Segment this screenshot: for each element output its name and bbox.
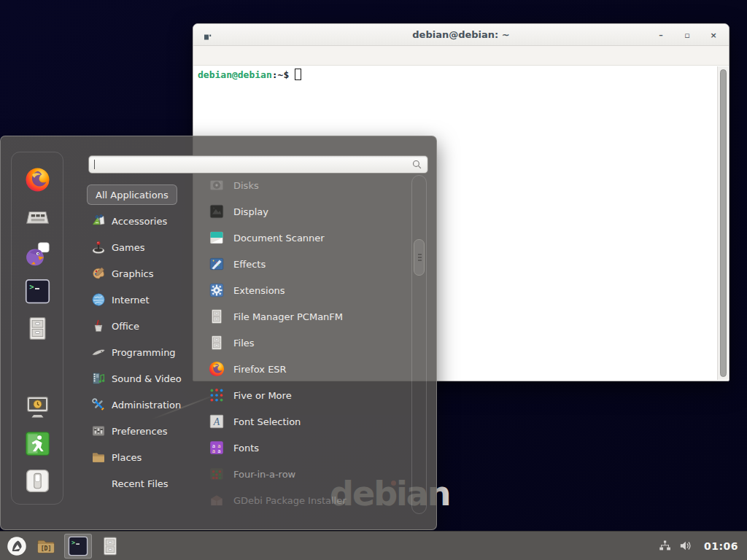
fontselection-icon: A <box>209 413 225 429</box>
svg-text:a: a <box>217 448 220 454</box>
terminal-cursor <box>295 69 301 80</box>
app-firefox-esr[interactable]: Firefox ESR <box>209 356 409 382</box>
app-disks[interactable]: Disks <box>209 172 409 198</box>
prompt-suffix: :~$ <box>272 69 289 80</box>
keyboard-icon <box>25 204 50 230</box>
app-effects[interactable]: Effects <box>209 251 409 277</box>
app-document-scanner[interactable]: Document Scanner <box>209 225 409 251</box>
svg-text:>: > <box>71 539 75 546</box>
games-icon <box>91 240 106 254</box>
scanner-icon <box>209 230 225 246</box>
favorite-firefox[interactable] <box>25 167 50 192</box>
taskbar-folder[interactable]: [D] <box>35 535 57 557</box>
category-graphics[interactable]: Graphics <box>87 260 202 287</box>
taskbar-launchers: [D]> <box>6 534 121 559</box>
category-office[interactable]: Office <box>87 313 202 339</box>
app-display[interactable]: Display <box>209 198 409 225</box>
fiveormore-icon <box>209 387 225 403</box>
tray-volume[interactable] <box>678 539 692 553</box>
close-button[interactable]: × <box>708 31 719 39</box>
favorite-shutdown[interactable] <box>25 468 50 494</box>
favorite-logout[interactable] <box>25 431 50 456</box>
search-input[interactable] <box>88 155 428 174</box>
svg-text:A: A <box>213 416 220 427</box>
network-icon <box>658 539 672 553</box>
preferences-icon <box>91 424 106 438</box>
app-label: Firefox ESR <box>233 364 287 375</box>
app-extensions[interactable]: Extensions <box>209 277 409 303</box>
favorite-software[interactable] <box>25 204 50 230</box>
terminal-titlebar[interactable]: debian@debian: ~ – ▫ × <box>193 24 729 46</box>
app-label: Five or More <box>233 390 292 401</box>
category-label: Graphics <box>112 268 153 279</box>
app-font-selection[interactable]: A Font Selection <box>209 408 409 435</box>
disks-icon <box>209 177 225 193</box>
app-fonts[interactable]: aaaa Fonts <box>209 435 409 461</box>
category-programming[interactable]: Programming <box>87 339 202 365</box>
firefox-icon <box>25 167 50 192</box>
menu-scrollbar-track[interactable] <box>411 175 427 514</box>
volume-icon <box>678 539 692 553</box>
system-tray <box>658 539 692 553</box>
places-icon <box>91 450 106 464</box>
favorite-file-manager[interactable] <box>25 316 50 341</box>
minimize-button[interactable]: – <box>656 31 666 39</box>
desktop[interactable]: { "desktop": { "watermark": "debian" }, … <box>0 0 747 560</box>
office-icon <box>91 319 106 333</box>
taskbar: [D]> 01:06 <box>0 531 747 560</box>
app-label: Font Selection <box>233 416 301 427</box>
taskbar-terminal[interactable]: > <box>64 534 92 559</box>
svg-text:[D]: [D] <box>41 544 52 551</box>
window-title: debian@debian: ~ <box>193 29 729 40</box>
favorite-terminal[interactable]: > <box>25 279 50 304</box>
app-gdebi-package-installer[interactable]: GDebi Package Installer <box>209 487 409 513</box>
firefox-icon <box>209 361 225 377</box>
taskbar-files[interactable] <box>99 535 121 557</box>
category-internet[interactable]: Internet <box>87 287 202 313</box>
app-label: Effects <box>233 259 266 270</box>
terminal-scrollbar-thumb[interactable] <box>720 69 727 377</box>
app-label: GDebi Package Installer <box>233 495 347 506</box>
cabinet-icon <box>100 536 120 556</box>
category-preferences[interactable]: Preferences <box>87 418 202 444</box>
logout-icon <box>25 431 50 456</box>
graphics-icon <box>91 266 106 281</box>
category-label: Accessories <box>112 216 167 227</box>
category-all-applications[interactable]: All Applications <box>87 184 177 205</box>
favorite-lock-screen[interactable] <box>25 394 50 419</box>
tray-network[interactable] <box>658 539 672 553</box>
category-label: Administration <box>112 400 181 411</box>
category-label: All Applications <box>96 190 169 201</box>
terminal-icon: > <box>25 279 50 304</box>
terminal-scrollbar-track[interactable] <box>717 66 728 380</box>
maximize-button[interactable]: ▫ <box>682 31 692 39</box>
menu-scrollbar-thumb[interactable] <box>414 239 425 276</box>
category-sound-video[interactable]: Sound & Video <box>87 365 202 392</box>
app-file-manager-pcmanfm[interactable]: File Manager PCManFM <box>209 303 409 330</box>
category-accessories[interactable]: Accessories <box>87 208 202 234</box>
cabinet-icon <box>25 316 50 341</box>
soundvideo-icon <box>91 371 106 386</box>
internet-icon <box>91 292 106 307</box>
category-label: Preferences <box>112 426 167 437</box>
search-icon <box>411 159 422 170</box>
administration-icon <box>91 397 106 412</box>
svg-text:a: a <box>212 448 215 454</box>
programming-icon <box>91 345 106 359</box>
category-label: Sound & Video <box>112 373 182 384</box>
folderd-icon: [D] <box>36 536 56 556</box>
text-caret <box>94 160 95 169</box>
app-five-or-more[interactable]: Five or More <box>209 382 409 408</box>
app-files[interactable]: Files <box>209 330 409 356</box>
category-games[interactable]: Games <box>87 234 202 260</box>
app-four-in-a-row[interactable]: Four-in-a-row <box>209 461 409 487</box>
svg-text:>: > <box>29 282 34 291</box>
app-label: File Manager PCManFM <box>233 311 343 322</box>
category-administration[interactable]: Administration <box>87 392 202 418</box>
category-label: Games <box>112 242 144 253</box>
category-places[interactable]: Places <box>87 444 202 470</box>
clock[interactable]: 01:06 <box>704 540 741 552</box>
favorite-pidgin[interactable] <box>25 241 50 267</box>
taskbar-menu[interactable] <box>6 535 28 557</box>
category-recent-files[interactable]: Recent Files <box>87 470 202 497</box>
